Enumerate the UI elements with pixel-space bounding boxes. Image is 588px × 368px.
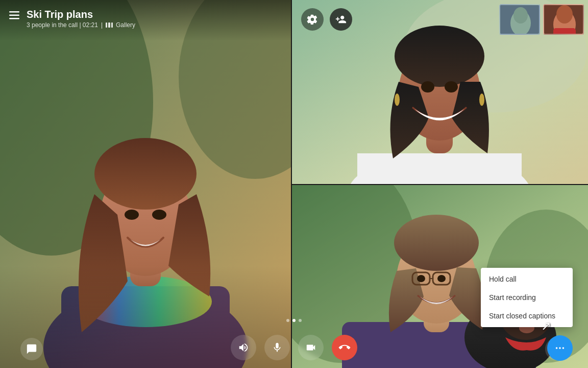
svg-rect-14 xyxy=(357,153,522,184)
svg-point-52 xyxy=(559,347,561,349)
context-menu-start-recording[interactable]: Start recording xyxy=(481,288,573,307)
header-overlay: Ski Trip plans 3 people in the call | 02… xyxy=(0,0,291,41)
video-cell-main xyxy=(0,0,291,368)
context-menu: Hold call Start recording Start closed c… xyxy=(481,268,573,327)
hamburger-menu-icon[interactable] xyxy=(9,10,19,22)
dot-2 xyxy=(292,319,296,322)
context-menu-hold-call[interactable]: Hold call xyxy=(481,270,573,288)
more-options-button[interactable] xyxy=(547,335,573,361)
svg-point-53 xyxy=(562,347,565,349)
svg-point-46 xyxy=(513,7,528,24)
svg-point-49 xyxy=(556,5,573,24)
control-bar xyxy=(0,327,588,368)
svg-point-21 xyxy=(479,94,484,106)
end-call-button[interactable] xyxy=(332,335,357,360)
svg-point-40 xyxy=(437,275,446,282)
svg-point-5 xyxy=(79,276,212,327)
svg-point-19 xyxy=(445,81,458,93)
call-info: Ski Trip plans 3 people in the call | 02… xyxy=(27,8,135,29)
add-person-button[interactable] xyxy=(330,8,352,31)
svg-point-51 xyxy=(556,347,558,349)
page-dot-indicators xyxy=(286,319,302,322)
svg-point-17 xyxy=(395,26,484,87)
call-participants-timer: 3 people in the call | 02:21 xyxy=(27,21,98,29)
dot-1 xyxy=(286,319,289,322)
video-divider-horizontal xyxy=(291,184,588,185)
svg-rect-41 xyxy=(9,11,19,13)
svg-rect-50 xyxy=(553,28,576,35)
thumbnail-avatar-1[interactable] xyxy=(499,4,540,35)
gallery-icon xyxy=(106,22,113,28)
dot-3 xyxy=(299,319,302,322)
video-button[interactable] xyxy=(298,335,324,360)
gallery-label: Gallery xyxy=(116,21,135,29)
svg-point-20 xyxy=(395,94,400,106)
thumbnail-avatars xyxy=(499,4,584,35)
svg-point-35 xyxy=(394,215,479,271)
thumbnail-avatar-2[interactable] xyxy=(543,4,584,35)
svg-rect-43 xyxy=(9,18,19,19)
svg-point-8 xyxy=(94,138,197,210)
call-meta: 3 people in the call | 02:21 | Gallery xyxy=(27,21,135,29)
svg-point-10 xyxy=(152,210,166,220)
context-menu-start-captions[interactable]: Start closed captions xyxy=(481,307,573,325)
microphone-button[interactable] xyxy=(264,335,290,360)
right-panel-top-controls xyxy=(301,8,352,31)
settings-button[interactable] xyxy=(301,8,324,31)
svg-point-39 xyxy=(417,275,425,282)
svg-point-9 xyxy=(125,210,139,220)
call-title: Ski Trip plans xyxy=(27,8,135,20)
chat-button[interactable] xyxy=(20,338,43,360)
svg-rect-42 xyxy=(9,15,19,16)
speaker-button[interactable] xyxy=(231,335,256,360)
svg-point-18 xyxy=(421,81,434,93)
separator: | xyxy=(101,21,103,29)
ctrl-left xyxy=(20,338,43,360)
